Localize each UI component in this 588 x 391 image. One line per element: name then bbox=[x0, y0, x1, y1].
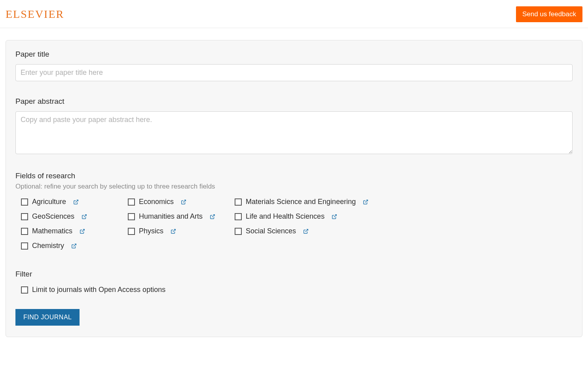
field-label: Mathematics bbox=[32, 227, 72, 235]
checkbox-icon bbox=[128, 213, 135, 220]
fields-column-2: Economics Humanities and Arts Physics bbox=[128, 198, 235, 256]
external-link-icon[interactable] bbox=[332, 214, 337, 219]
checkbox-icon bbox=[128, 228, 135, 235]
external-link-icon[interactable] bbox=[181, 199, 186, 205]
svg-line-5 bbox=[212, 214, 214, 217]
find-journal-button[interactable]: FIND JOURNAL bbox=[15, 309, 80, 326]
field-label: Social Sciences bbox=[246, 227, 296, 235]
external-link-icon[interactable] bbox=[73, 199, 79, 205]
checkbox-icon bbox=[235, 213, 242, 220]
field-chemistry[interactable]: Chemistry bbox=[21, 242, 128, 250]
field-label: Humanities and Arts bbox=[139, 212, 203, 221]
field-materials-science[interactable]: Materials Science and Engineering bbox=[235, 198, 368, 206]
checkbox-icon bbox=[21, 198, 28, 206]
field-mathematics[interactable]: Mathematics bbox=[21, 227, 128, 235]
fields-column-1: Agriculture GeoSciences Mathematics bbox=[21, 198, 128, 256]
elsevier-logo: ELSEVIER bbox=[6, 8, 64, 21]
filter-label: Filter bbox=[15, 270, 573, 278]
svg-line-2 bbox=[82, 229, 84, 231]
paper-abstract-label: Paper abstract bbox=[15, 97, 573, 106]
form-panel: Paper title Paper abstract Fields of res… bbox=[6, 40, 582, 337]
paper-abstract-input[interactable] bbox=[15, 111, 573, 154]
field-humanities-arts[interactable]: Humanities and Arts bbox=[128, 212, 235, 221]
svg-line-8 bbox=[334, 214, 336, 217]
svg-line-9 bbox=[305, 229, 308, 231]
fields-columns: Agriculture GeoSciences Mathematics bbox=[15, 198, 573, 256]
filter-section: Filter Limit to journals with Open Acces… bbox=[15, 270, 573, 294]
field-label: GeoSciences bbox=[32, 212, 74, 221]
checkbox-icon bbox=[21, 242, 28, 250]
external-link-icon[interactable] bbox=[82, 214, 87, 219]
checkbox-icon bbox=[235, 228, 242, 235]
field-life-health-sciences[interactable]: Life and Health Sciences bbox=[235, 212, 368, 221]
external-link-icon[interactable] bbox=[171, 229, 176, 234]
field-label: Life and Health Sciences bbox=[246, 212, 324, 221]
main-content: Paper title Paper abstract Fields of res… bbox=[0, 28, 588, 349]
svg-line-4 bbox=[183, 200, 186, 202]
svg-line-0 bbox=[76, 200, 78, 202]
fields-label: Fields of research bbox=[15, 172, 573, 180]
field-geosciences[interactable]: GeoSciences bbox=[21, 212, 128, 221]
external-link-icon[interactable] bbox=[363, 199, 368, 205]
external-link-icon[interactable] bbox=[80, 229, 85, 234]
paper-title-input[interactable] bbox=[15, 64, 573, 81]
field-label: Materials Science and Engineering bbox=[246, 198, 356, 206]
filter-option-label: Limit to journals with Open Access optio… bbox=[32, 286, 165, 294]
paper-title-group: Paper title bbox=[15, 50, 573, 81]
filter-open-access[interactable]: Limit to journals with Open Access optio… bbox=[15, 286, 573, 294]
field-label: Physics bbox=[139, 227, 163, 235]
checkbox-icon bbox=[21, 228, 28, 235]
field-physics[interactable]: Physics bbox=[128, 227, 235, 235]
checkbox-icon bbox=[21, 213, 28, 220]
svg-line-3 bbox=[74, 244, 76, 246]
fields-column-3: Materials Science and Engineering Life a… bbox=[235, 198, 368, 256]
external-link-icon[interactable] bbox=[71, 243, 77, 249]
svg-line-6 bbox=[173, 229, 175, 231]
checkbox-icon bbox=[235, 198, 242, 206]
external-link-icon[interactable] bbox=[303, 229, 309, 234]
header: ELSEVIER Send us feedback bbox=[0, 0, 588, 28]
external-link-icon[interactable] bbox=[210, 214, 215, 219]
field-label: Chemistry bbox=[32, 242, 64, 250]
checkbox-icon bbox=[128, 198, 135, 206]
fields-subtext: Optional: refine your search by selectin… bbox=[15, 183, 573, 191]
field-label: Economics bbox=[139, 198, 174, 206]
svg-line-1 bbox=[84, 214, 86, 217]
paper-title-label: Paper title bbox=[15, 50, 573, 59]
checkbox-icon bbox=[21, 286, 28, 294]
field-social-sciences[interactable]: Social Sciences bbox=[235, 227, 368, 235]
field-economics[interactable]: Economics bbox=[128, 198, 235, 206]
svg-line-7 bbox=[365, 200, 368, 202]
field-label: Agriculture bbox=[32, 198, 66, 206]
paper-abstract-group: Paper abstract bbox=[15, 97, 573, 156]
send-feedback-button[interactable]: Send us feedback bbox=[516, 6, 582, 22]
field-agriculture[interactable]: Agriculture bbox=[21, 198, 128, 206]
fields-of-research-section: Fields of research Optional: refine your… bbox=[15, 172, 573, 256]
